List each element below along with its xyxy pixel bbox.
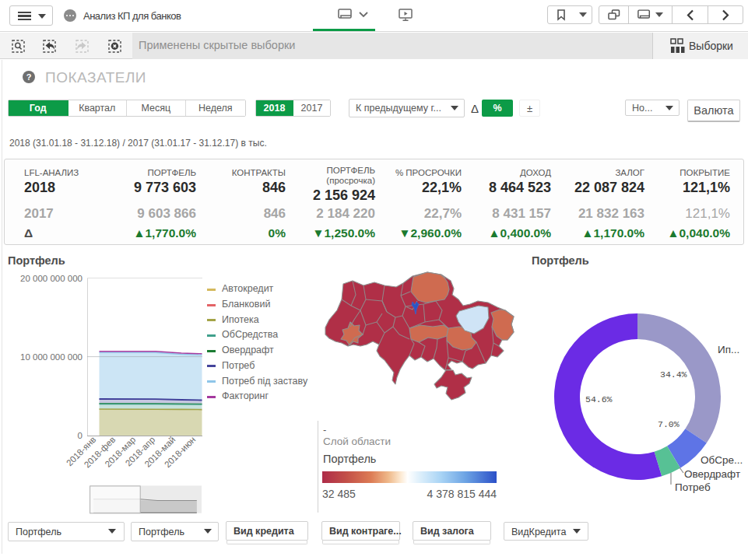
svg-text:ОбСре...: ОбСре... <box>701 454 743 466</box>
svg-text:54.6%: 54.6% <box>585 394 613 404</box>
svg-text:Ип...: Ип... <box>718 344 739 355</box>
svg-text:10 000 000 000: 10 000 000 000 <box>20 352 83 362</box>
svg-text:34.4%: 34.4% <box>660 369 687 380</box>
svg-text:0: 0 <box>78 431 83 440</box>
svg-text:Овердрафт: Овердрафт <box>684 468 740 480</box>
svg-text:Потреб: Потреб <box>675 481 711 493</box>
svg-text:20 000 000 000: 20 000 000 000 <box>20 274 83 283</box>
svg-text:7.0%: 7.0% <box>658 419 680 429</box>
